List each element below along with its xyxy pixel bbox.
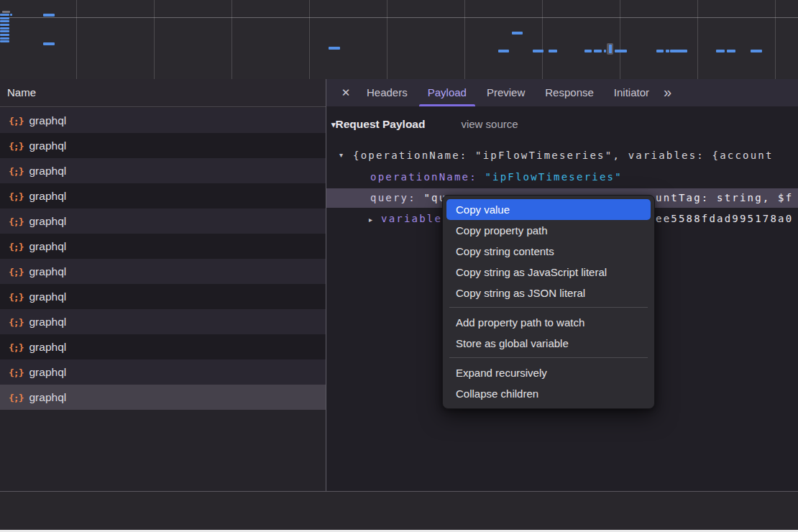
overview-hover-marker [607, 43, 613, 55]
menu-item-copy-string-as-json-literal[interactable]: Copy string as JSON literal [446, 283, 651, 303]
request-name: graphql [29, 190, 66, 202]
request-row[interactable]: {;}graphql [0, 108, 326, 133]
request-name: graphql [29, 265, 66, 278]
overview-request-bar [0, 40, 9, 42]
json-request-icon: {;} [9, 267, 23, 278]
status-footer [0, 491, 798, 530]
request-row[interactable]: {;}graphql [0, 359, 326, 385]
overview-request-bar [584, 50, 592, 52]
menu-item-store-as-global-variable[interactable]: Store as global variable [446, 333, 651, 354]
menu-item-copy-value[interactable]: Copy value [446, 199, 651, 220]
menu-item-collapse-children[interactable]: Collapse children [446, 383, 651, 404]
requests-list: {;}graphql{;}graphql{;}graphql{;}graphql… [0, 108, 326, 410]
json-request-icon: {;} [9, 292, 23, 303]
request-name: graphql [29, 114, 66, 127]
overview-request-bar [0, 17, 9, 19]
json-request-icon: {;} [9, 242, 23, 252]
request-name: graphql [29, 366, 66, 378]
overview-request-bar [751, 50, 762, 52]
request-row[interactable]: {;}graphql [0, 334, 326, 359]
tab-response[interactable]: Response [535, 79, 604, 106]
overview-request-bar [0, 14, 9, 16]
overview-gridline [697, 0, 698, 79]
request-row[interactable]: {;}graphql [0, 208, 326, 234]
overview-gridline [464, 0, 465, 79]
request-name: graphql [29, 240, 66, 252]
request-row[interactable]: {;}graphql [0, 158, 326, 183]
variables-key: variables [381, 209, 450, 229]
request-row[interactable]: {;}graphql [0, 309, 326, 334]
request-row[interactable]: {;}graphql [0, 259, 326, 284]
name-column-header[interactable]: Name [0, 79, 326, 107]
overview-request-bar [0, 30, 9, 32]
overview-request-bar [0, 24, 9, 26]
request-name: graphql [29, 165, 66, 177]
overview-request-bar [0, 34, 9, 36]
details-tab-bar: ✕ HeadersPayloadPreviewResponseInitiator… [326, 79, 798, 106]
root-collapse-triangle-icon[interactable]: ▾ [339, 147, 344, 164]
json-request-icon: {;} [9, 191, 23, 202]
json-request-icon: {;} [9, 317, 23, 328]
payload-root-preview: {operationName: "ipFlowTimeseries", vari… [353, 150, 774, 161]
request-payload-section-header[interactable]: ▾Request Payloadview source [331, 118, 518, 131]
request-name: graphql [29, 290, 66, 303]
tab-payload[interactable]: Payload [418, 79, 477, 106]
request-row[interactable]: {;}graphql [0, 133, 326, 158]
requests-list-panel: Name {;}graphql{;}graphql{;}graphql{;}gr… [0, 79, 326, 491]
overview-request-bar [594, 50, 602, 52]
request-name: graphql [29, 316, 66, 328]
menu-item-add-property-path-to-watch[interactable]: Add property path to watch [446, 312, 651, 333]
request-row[interactable]: {;}graphql [0, 385, 326, 410]
overview-request-bar [604, 50, 606, 52]
overview-gridline [154, 0, 155, 79]
menu-item-copy-string-contents[interactable]: Copy string contents [446, 241, 651, 262]
operation-name-row[interactable]: operationName: "ipFlowTimeseries" [370, 168, 623, 185]
menu-item-copy-property-path[interactable]: Copy property path [446, 220, 651, 241]
details-tabs: HeadersPayloadPreviewResponseInitiator [357, 79, 659, 106]
variables-expand-triangle-icon[interactable]: ▸ [369, 210, 374, 229]
overview-gridline [542, 0, 543, 79]
tab-headers[interactable]: Headers [357, 79, 418, 106]
name-column-label: Name [7, 86, 36, 98]
more-tabs-icon[interactable]: » [664, 79, 671, 106]
json-request-icon: {;} [9, 166, 23, 177]
overview-gray-bar [2, 11, 10, 13]
query-key: query: [370, 192, 416, 203]
json-request-icon: {;} [9, 216, 23, 227]
query-value-end: untTag: string, $f [656, 188, 793, 208]
tab-initiator[interactable]: Initiator [604, 79, 659, 106]
overview-request-bar [656, 50, 664, 52]
view-source-link[interactable]: view source [461, 118, 518, 130]
request-name: graphql [29, 391, 66, 403]
overview-request-bar [512, 32, 523, 35]
overview-gridline [309, 0, 310, 79]
overview-request-bar [670, 50, 687, 52]
operation-name-key: operationName: [370, 171, 477, 183]
overview-gridline [620, 0, 620, 79]
variables-preview-end: ee5588fdad995178a0 [656, 209, 793, 229]
request-row[interactable]: {;}graphql [0, 183, 326, 208]
devtools-network-panel: Name {;}graphql{;}graphql{;}graphql{;}gr… [0, 0, 798, 532]
overview-gridline [775, 0, 776, 79]
menu-item-expand-recursively[interactable]: Expand recursively [446, 362, 651, 383]
json-request-icon: {;} [9, 342, 23, 353]
payload-root-row[interactable]: ▾{operationName: "ipFlowTimeseries", var… [353, 147, 774, 164]
overview-marker-bar [609, 45, 612, 53]
overview-request-bar [43, 14, 55, 17]
menu-item-copy-string-as-javascript-literal[interactable]: Copy string as JavaScript literal [446, 262, 651, 283]
tab-preview[interactable]: Preview [477, 79, 535, 106]
context-menu: Copy valueCopy property pathCopy string … [442, 195, 655, 409]
request-row[interactable]: {;}graphql [0, 284, 326, 309]
overview-request-bar [615, 50, 627, 52]
overview-row-divider [0, 17, 798, 18]
json-request-icon: {;} [9, 116, 23, 127]
overview-request-bar [533, 50, 544, 52]
request-row[interactable]: {;}graphql [0, 234, 326, 259]
panel-divider[interactable] [326, 79, 326, 530]
json-request-icon: {;} [9, 367, 23, 378]
request-name: graphql [29, 215, 66, 227]
request-payload-title: Request Payload [336, 118, 426, 130]
close-icon[interactable]: ✕ [335, 79, 357, 106]
network-overview-timeline[interactable] [0, 0, 798, 79]
overview-request-bar [10, 14, 12, 16]
